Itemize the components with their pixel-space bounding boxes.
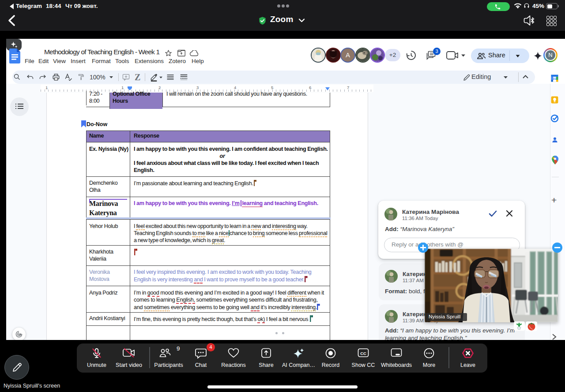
svg-text:31: 31	[553, 77, 557, 81]
svg-text:CC: CC	[360, 351, 366, 356]
